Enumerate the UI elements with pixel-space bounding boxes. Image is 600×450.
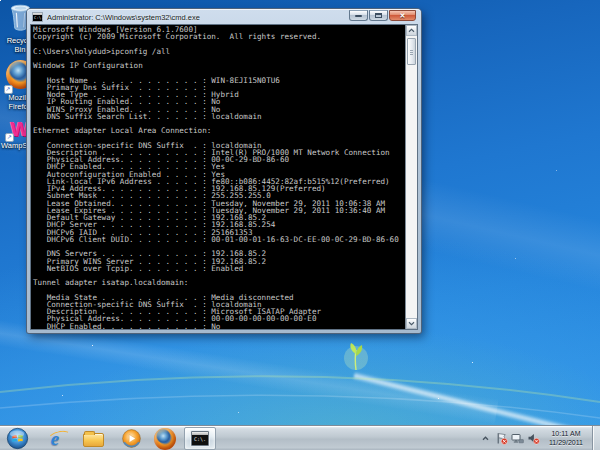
- cmd-window-icon: C:\.: [32, 12, 43, 22]
- flag-alert-icon: [495, 432, 508, 445]
- console-area: Microsoft Windows [Version 6.1.7600] Cop…: [31, 25, 417, 329]
- wallpaper-sparkles: [0, 0, 1, 1]
- window-titlebar[interactable]: C:\. Administrator: C:\Windows\system32\…: [27, 9, 421, 25]
- minimize-button[interactable]: [349, 10, 368, 21]
- show-hidden-icons-button[interactable]: [479, 432, 492, 445]
- network-icon: [511, 432, 524, 445]
- taskbar-cmd-active[interactable]: C:\.: [184, 427, 216, 450]
- firefox-icon: [154, 428, 176, 450]
- shortcut-arrow-icon: ↗: [5, 133, 14, 142]
- maximize-icon: [375, 13, 382, 18]
- scroll-down-icon: [408, 321, 415, 326]
- scroll-up-icon: [408, 28, 415, 33]
- clock-time: 10:11 AM: [542, 429, 590, 438]
- cmd-icon: C:\.: [191, 431, 209, 446]
- taskbar: e C:\.: [0, 425, 600, 450]
- console-output: Microsoft Windows [Version 6.1.7600] Cop…: [31, 25, 405, 329]
- media-player-icon: [121, 428, 142, 449]
- cmd-window: C:\. Administrator: C:\Windows\system32\…: [27, 9, 421, 333]
- taskbar-windows-explorer[interactable]: [78, 426, 108, 450]
- maximize-button[interactable]: [369, 10, 388, 21]
- taskbar-internet-explorer[interactable]: e: [40, 426, 70, 450]
- wallpaper-harmony-plant: [0, 330, 600, 425]
- vertical-scrollbar[interactable]: [405, 25, 417, 329]
- network-status-icon[interactable]: [511, 432, 524, 445]
- clock-date: 11/29/2011: [542, 438, 590, 447]
- speaker-mute-icon: [527, 432, 540, 445]
- action-center-flag-icon[interactable]: [495, 432, 508, 445]
- folder-icon: [83, 433, 104, 447]
- windows-start-icon: [6, 427, 29, 450]
- internet-explorer-icon: e: [51, 429, 59, 448]
- start-button[interactable]: [4, 426, 30, 450]
- window-title: Administrator: C:\Windows\system32\cmd.e…: [47, 13, 344, 22]
- scrollbar-thumb[interactable]: [407, 38, 416, 65]
- show-desktop-button[interactable]: [592, 426, 600, 450]
- volume-muted-icon[interactable]: [527, 432, 540, 445]
- taskbar-media-player[interactable]: [116, 426, 146, 450]
- close-button[interactable]: ✕: [389, 10, 416, 21]
- minimize-icon: [355, 15, 362, 17]
- system-tray: [479, 426, 540, 450]
- shortcut-arrow-icon: ↗: [4, 85, 13, 94]
- taskbar-firefox[interactable]: [150, 426, 180, 450]
- close-icon: ✕: [400, 12, 406, 19]
- taskbar-clock[interactable]: 10:11 AM 11/29/2011: [542, 426, 590, 450]
- chevron-up-icon: [481, 434, 490, 443]
- scrollbar-up-button[interactable]: [406, 25, 417, 36]
- scrollbar-down-button[interactable]: [406, 318, 417, 329]
